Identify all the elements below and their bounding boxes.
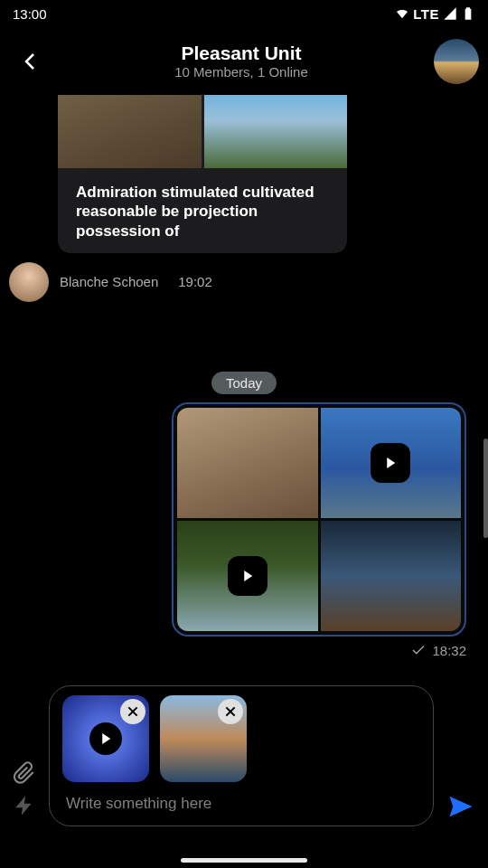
play-button[interactable] (228, 556, 267, 596)
outgoing-media-1[interactable] (177, 408, 318, 518)
flash-action-button[interactable] (13, 794, 36, 821)
outgoing-media-2[interactable] (321, 408, 462, 518)
nav-handle[interactable] (181, 858, 307, 863)
incoming-timestamp: 19:02 (178, 274, 212, 289)
close-icon (223, 704, 238, 719)
chat-avatar[interactable] (434, 39, 479, 84)
header-title-block[interactable]: Pleasant Unit 10 Members, 1 Online (49, 42, 434, 80)
status-bar: 13:00 LTE (0, 0, 488, 27)
incoming-image-3[interactable] (204, 95, 348, 168)
remove-attachment-button[interactable] (120, 699, 145, 724)
chat-title: Pleasant Unit (49, 42, 434, 64)
incoming-image-1[interactable] (58, 95, 202, 168)
chat-header: Pleasant Unit 10 Members, 1 Online (0, 27, 488, 95)
wifi-icon (395, 6, 409, 21)
attachment-preview-row (62, 695, 420, 782)
status-time: 13:00 (13, 6, 47, 22)
sender-row: Blanche Schoen 19:02 (9, 262, 347, 302)
close-icon (126, 704, 140, 719)
remove-attachment-button[interactable] (218, 699, 243, 724)
play-icon (239, 568, 256, 584)
incoming-caption: Admiration stimulated cultivated reasona… (58, 168, 347, 241)
play-icon (98, 731, 114, 747)
compose-box: Write something here (49, 685, 434, 826)
sender-avatar[interactable] (9, 262, 49, 302)
scrollbar-thumb[interactable] (483, 439, 488, 538)
attach-icons (9, 761, 40, 826)
paperclip-icon (13, 761, 36, 785)
chevron-left-icon (20, 51, 42, 72)
outgoing-bubble[interactable] (172, 402, 466, 637)
attach-file-button[interactable] (13, 761, 36, 788)
send-button[interactable] (443, 790, 479, 826)
status-right: LTE (395, 6, 475, 22)
play-button[interactable] (89, 722, 122, 755)
play-button[interactable] (371, 443, 410, 483)
chat-scroll-area[interactable]: Admiration stimulated cultivated reasona… (0, 95, 488, 678)
incoming-image-grid (58, 95, 347, 168)
outgoing-media-3[interactable] (177, 521, 318, 631)
back-button[interactable] (13, 43, 49, 80)
signal-icon (443, 6, 457, 21)
battery-icon (461, 6, 475, 21)
outgoing-message: 18:32 (172, 402, 466, 658)
incoming-bubble[interactable]: Admiration stimulated cultivated reasona… (58, 95, 347, 253)
sent-check-icon (410, 642, 427, 658)
outgoing-meta: 18:32 (172, 642, 466, 658)
incoming-message: Admiration stimulated cultivated reasona… (58, 95, 347, 302)
attachment-preview-1[interactable] (62, 695, 149, 782)
chat-subtitle: 10 Members, 1 Online (49, 64, 434, 80)
attachment-preview-2[interactable] (160, 695, 247, 782)
play-icon (382, 455, 399, 471)
outgoing-media-grid (177, 408, 461, 631)
outgoing-timestamp: 18:32 (432, 643, 466, 658)
composer: Write something here (0, 678, 488, 832)
outgoing-media-4[interactable] (321, 521, 462, 631)
date-separator: Today (211, 372, 277, 394)
bolt-icon (13, 794, 36, 817)
send-icon (447, 793, 474, 820)
network-label: LTE (413, 6, 439, 22)
message-input[interactable]: Write something here (62, 793, 420, 816)
sender-name: Blanche Schoen (60, 274, 158, 289)
